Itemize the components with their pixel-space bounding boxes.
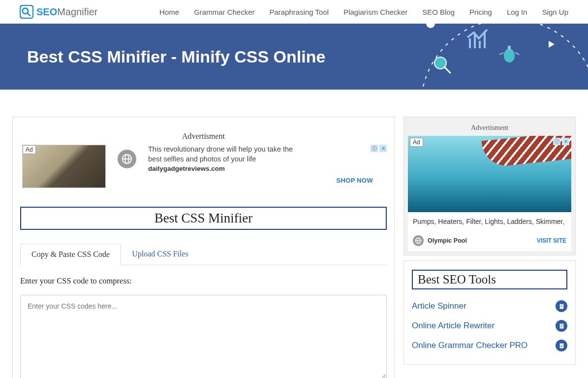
page-title: Best CSS Minifier - Minify CSS Online (27, 46, 342, 67)
close-ad-icon[interactable]: ✕ (379, 145, 387, 152)
main-ad-domain: dailygadgetreviews.com (148, 165, 385, 172)
globe-icon (118, 150, 136, 168)
ad-tag: Ad (410, 138, 423, 147)
svg-rect-24 (560, 306, 562, 307)
svg-point-3 (421, 24, 588, 90)
svg-point-4 (426, 24, 435, 28)
adchoices-controls: ⓘ ✕ (371, 145, 387, 152)
svg-rect-26 (560, 324, 562, 325)
globe-icon (413, 235, 424, 246)
hero-banner: Best CSS Minifier - Minify CSS Online (0, 24, 588, 90)
site-header: SEOMagnifier Home Grammar Checker Paraph… (0, 0, 588, 24)
sidebar-ad-label: Advertisment (408, 124, 571, 132)
adchoices-icon[interactable]: ⓘ (553, 138, 560, 145)
brand-part1: SEO (36, 6, 57, 17)
sidebar-ad-caption: Pumps, Heaters, Filter, Lights, Ladders,… (408, 212, 571, 230)
close-ad-icon[interactable]: ✕ (562, 138, 569, 145)
svg-point-11 (504, 49, 515, 63)
hero-decoration (401, 24, 588, 90)
main-ad-copy: This revolutionary drone will help you t… (148, 145, 385, 172)
sidebar: Advertisment Ad ⓘ ✕ Pumps, Heaters, Filt… (403, 117, 576, 378)
main-panel: Advertisment Ad This revolutionary drone… (12, 117, 395, 378)
tool-link-article-spinner[interactable]: Article Spinner (412, 296, 567, 316)
nav-home[interactable]: Home (159, 8, 179, 16)
nav-pricing[interactable]: Pricing (469, 8, 492, 16)
ad-tag: Ad (23, 145, 36, 154)
svg-rect-23 (560, 305, 562, 305)
nav-signup[interactable]: Sign Up (542, 8, 568, 16)
adchoices-icon[interactable]: ⓘ (371, 145, 378, 152)
svg-line-14 (515, 53, 519, 55)
sidebar-ad-image[interactable]: Ad ⓘ ✕ (408, 136, 571, 212)
sidebar-ad-footer: Olympic Pool VISIT SITE (408, 230, 571, 251)
tabs: Copy & Paste CSS Code Upload CSS Files (20, 244, 387, 265)
svg-point-5 (434, 57, 446, 69)
svg-line-13 (499, 53, 503, 55)
css-input-label: Enter your CSS code to compress: (20, 276, 387, 286)
content-container: Advertisment Ad This revolutionary drone… (0, 90, 588, 378)
document-check-icon (556, 340, 567, 351)
tool-heading: Best CSS Minifier (20, 207, 387, 230)
tool-link-grammar-checker-pro[interactable]: Online Grammar Checker PRO (412, 336, 567, 355)
main-ad-text: This revolutionary drone will help you t… (148, 145, 296, 164)
brand-logo[interactable]: SEOMagnifier (20, 5, 98, 19)
tool-link-article-rewriter[interactable]: Online Article Rewriter (412, 316, 567, 336)
nav-paraphrasing-tool[interactable]: Paraphrasing Tool (269, 8, 329, 16)
main-ad-label: Advertisment (20, 132, 387, 141)
css-input[interactable] (20, 295, 387, 378)
svg-rect-12 (508, 46, 511, 50)
brand-part2: Magnifier (57, 6, 97, 17)
svg-marker-15 (549, 41, 555, 48)
main-nav: Home Grammar Checker Paraphrasing Tool P… (159, 8, 568, 16)
svg-line-2 (28, 13, 30, 16)
sidebar-ad: Advertisment Ad ⓘ ✕ Pumps, Heaters, Filt… (403, 117, 576, 255)
logo-icon (20, 5, 33, 19)
main-ad-image: Ad (22, 145, 106, 188)
svg-rect-28 (560, 327, 562, 327)
tab-paste-css[interactable]: Copy & Paste CSS Code (20, 244, 121, 265)
seo-tools-box: Best SEO Tools Article Spinner Online Ar… (403, 260, 576, 365)
tab-content: Enter your CSS code to compress: (20, 265, 387, 378)
nav-grammar-checker[interactable]: Grammar Checker (194, 8, 254, 16)
document-icon (556, 300, 567, 312)
tool-link-label: Online Grammar Checker PRO (412, 341, 527, 350)
seo-tools-heading: Best SEO Tools (412, 270, 567, 289)
main-ad[interactable]: Ad This revolutionary drone will help yo… (20, 145, 387, 197)
sidebar-ad-visit[interactable]: VISIT SITE (537, 237, 566, 244)
tool-link-label: Article Spinner (412, 301, 466, 311)
sidebar-ad-name: Olympic Pool (428, 237, 467, 244)
adchoices-controls: ⓘ ✕ (553, 138, 569, 145)
tool-link-label: Online Article Rewriter (412, 321, 495, 331)
tab-upload-css[interactable]: Upload CSS Files (121, 244, 199, 265)
nav-plagiarism-checker[interactable]: Plagiarism Checker (343, 8, 407, 16)
nav-login[interactable]: Log In (507, 8, 527, 16)
document-icon (556, 320, 567, 332)
svg-rect-27 (560, 326, 562, 326)
nav-seo-blog[interactable]: SEO Blog (422, 8, 455, 16)
svg-line-6 (444, 67, 450, 73)
main-ad-cta[interactable]: SHOP NOW (337, 177, 373, 184)
